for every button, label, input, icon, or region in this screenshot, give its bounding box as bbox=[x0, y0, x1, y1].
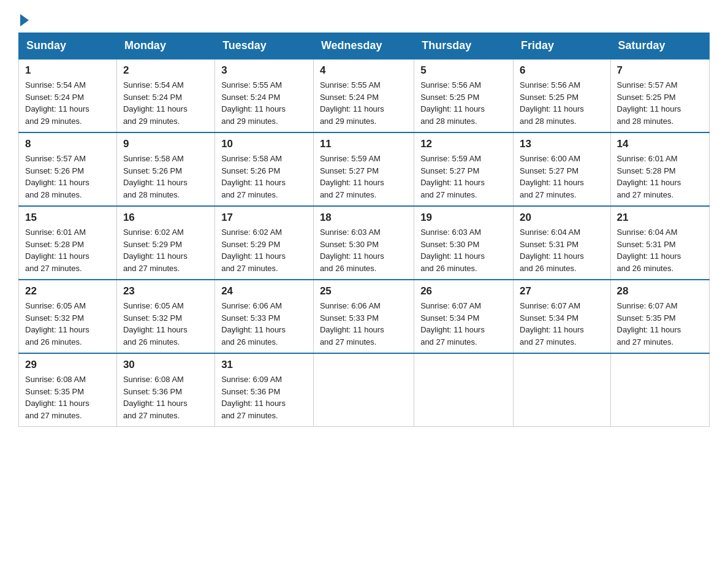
day-number: 31 bbox=[221, 359, 307, 371]
weekday-header-row: SundayMondayTuesdayWednesdayThursdayFrid… bbox=[19, 33, 710, 59]
calendar-cell: 28 Sunrise: 6:07 AM Sunset: 5:35 PM Dayl… bbox=[610, 280, 709, 353]
calendar-cell: 12 Sunrise: 5:59 AM Sunset: 5:27 PM Dayl… bbox=[414, 132, 514, 206]
day-info: Sunrise: 6:07 AM Sunset: 5:35 PM Dayligh… bbox=[617, 300, 703, 348]
day-number: 7 bbox=[617, 64, 703, 77]
calendar-cell bbox=[313, 353, 414, 427]
calendar-cell: 4 Sunrise: 5:55 AM Sunset: 5:24 PM Dayli… bbox=[313, 59, 414, 132]
day-info: Sunrise: 5:58 AM Sunset: 5:26 PM Dayligh… bbox=[123, 153, 208, 201]
day-info: Sunrise: 6:02 AM Sunset: 5:29 PM Dayligh… bbox=[123, 226, 208, 274]
calendar-cell: 5 Sunrise: 5:56 AM Sunset: 5:25 PM Dayli… bbox=[414, 59, 514, 132]
day-info: Sunrise: 6:02 AM Sunset: 5:29 PM Dayligh… bbox=[221, 226, 307, 274]
day-number: 15 bbox=[25, 212, 110, 224]
page: SundayMondayTuesdayWednesdayThursdayFrid… bbox=[0, 0, 728, 445]
day-number: 8 bbox=[25, 138, 110, 150]
calendar-cell: 21 Sunrise: 6:04 AM Sunset: 5:31 PM Dayl… bbox=[610, 206, 709, 280]
day-number: 27 bbox=[520, 285, 604, 297]
week-row-4: 22 Sunrise: 6:05 AM Sunset: 5:32 PM Dayl… bbox=[19, 280, 710, 353]
calendar-cell bbox=[610, 353, 709, 427]
weekday-header-sunday: Sunday bbox=[19, 33, 117, 59]
calendar-cell: 22 Sunrise: 6:05 AM Sunset: 5:32 PM Dayl… bbox=[19, 280, 117, 353]
calendar-cell: 18 Sunrise: 6:03 AM Sunset: 5:30 PM Dayl… bbox=[313, 206, 414, 280]
day-number: 14 bbox=[617, 138, 703, 150]
calendar-cell bbox=[514, 353, 611, 427]
day-info: Sunrise: 5:59 AM Sunset: 5:27 PM Dayligh… bbox=[420, 153, 507, 201]
day-number: 30 bbox=[123, 359, 208, 371]
day-info: Sunrise: 6:00 AM Sunset: 5:27 PM Dayligh… bbox=[520, 153, 604, 201]
day-number: 11 bbox=[320, 138, 408, 150]
calendar-cell: 9 Sunrise: 5:58 AM Sunset: 5:26 PM Dayli… bbox=[116, 132, 214, 206]
day-number: 17 bbox=[221, 212, 307, 224]
logo-arrow-icon bbox=[20, 14, 29, 26]
day-info: Sunrise: 6:07 AM Sunset: 5:34 PM Dayligh… bbox=[420, 300, 507, 348]
day-info: Sunrise: 6:04 AM Sunset: 5:31 PM Dayligh… bbox=[617, 226, 703, 274]
day-number: 5 bbox=[420, 64, 507, 77]
week-row-3: 15 Sunrise: 6:01 AM Sunset: 5:28 PM Dayl… bbox=[19, 206, 710, 280]
calendar-cell: 7 Sunrise: 5:57 AM Sunset: 5:25 PM Dayli… bbox=[610, 59, 709, 132]
day-info: Sunrise: 6:03 AM Sunset: 5:30 PM Dayligh… bbox=[320, 226, 408, 274]
day-info: Sunrise: 6:09 AM Sunset: 5:36 PM Dayligh… bbox=[221, 373, 307, 421]
day-number: 13 bbox=[520, 138, 604, 150]
day-number: 25 bbox=[320, 285, 408, 297]
day-info: Sunrise: 6:01 AM Sunset: 5:28 PM Dayligh… bbox=[617, 153, 703, 201]
day-number: 26 bbox=[420, 285, 507, 297]
day-info: Sunrise: 5:59 AM Sunset: 5:27 PM Dayligh… bbox=[320, 153, 408, 201]
calendar-cell: 23 Sunrise: 6:05 AM Sunset: 5:32 PM Dayl… bbox=[116, 280, 214, 353]
day-info: Sunrise: 6:04 AM Sunset: 5:31 PM Dayligh… bbox=[520, 226, 604, 274]
calendar-cell: 2 Sunrise: 5:54 AM Sunset: 5:24 PM Dayli… bbox=[116, 59, 214, 132]
day-info: Sunrise: 5:58 AM Sunset: 5:26 PM Dayligh… bbox=[221, 153, 307, 201]
day-number: 18 bbox=[320, 212, 408, 224]
day-number: 29 bbox=[25, 359, 110, 371]
day-info: Sunrise: 6:06 AM Sunset: 5:33 PM Dayligh… bbox=[320, 300, 408, 348]
day-info: Sunrise: 5:54 AM Sunset: 5:24 PM Dayligh… bbox=[123, 79, 208, 127]
calendar-cell: 8 Sunrise: 5:57 AM Sunset: 5:26 PM Dayli… bbox=[19, 132, 117, 206]
week-row-1: 1 Sunrise: 5:54 AM Sunset: 5:24 PM Dayli… bbox=[19, 59, 710, 132]
week-row-5: 29 Sunrise: 6:08 AM Sunset: 5:35 PM Dayl… bbox=[19, 353, 710, 427]
day-info: Sunrise: 5:57 AM Sunset: 5:25 PM Dayligh… bbox=[617, 79, 703, 127]
day-number: 9 bbox=[123, 138, 208, 150]
day-info: Sunrise: 5:54 AM Sunset: 5:24 PM Dayligh… bbox=[25, 79, 110, 127]
weekday-header-friday: Friday bbox=[514, 33, 611, 59]
calendar-cell: 16 Sunrise: 6:02 AM Sunset: 5:29 PM Dayl… bbox=[116, 206, 214, 280]
calendar-cell: 26 Sunrise: 6:07 AM Sunset: 5:34 PM Dayl… bbox=[414, 280, 514, 353]
calendar-cell: 13 Sunrise: 6:00 AM Sunset: 5:27 PM Dayl… bbox=[514, 132, 611, 206]
calendar-cell: 27 Sunrise: 6:07 AM Sunset: 5:34 PM Dayl… bbox=[514, 280, 611, 353]
day-info: Sunrise: 5:55 AM Sunset: 5:24 PM Dayligh… bbox=[320, 79, 408, 127]
header bbox=[18, 12, 710, 26]
day-number: 1 bbox=[25, 64, 110, 77]
calendar-cell: 3 Sunrise: 5:55 AM Sunset: 5:24 PM Dayli… bbox=[215, 59, 314, 132]
calendar-cell: 31 Sunrise: 6:09 AM Sunset: 5:36 PM Dayl… bbox=[215, 353, 314, 427]
day-info: Sunrise: 6:01 AM Sunset: 5:28 PM Dayligh… bbox=[25, 226, 110, 274]
day-info: Sunrise: 6:07 AM Sunset: 5:34 PM Dayligh… bbox=[520, 300, 604, 348]
calendar-cell: 17 Sunrise: 6:02 AM Sunset: 5:29 PM Dayl… bbox=[215, 206, 314, 280]
calendar-cell: 14 Sunrise: 6:01 AM Sunset: 5:28 PM Dayl… bbox=[610, 132, 709, 206]
weekday-header-wednesday: Wednesday bbox=[313, 33, 414, 59]
day-number: 28 bbox=[617, 285, 703, 297]
calendar-cell: 15 Sunrise: 6:01 AM Sunset: 5:28 PM Dayl… bbox=[19, 206, 117, 280]
week-row-2: 8 Sunrise: 5:57 AM Sunset: 5:26 PM Dayli… bbox=[19, 132, 710, 206]
day-number: 6 bbox=[520, 64, 604, 77]
calendar-cell: 1 Sunrise: 5:54 AM Sunset: 5:24 PM Dayli… bbox=[19, 59, 117, 132]
weekday-header-monday: Monday bbox=[116, 33, 214, 59]
day-info: Sunrise: 5:56 AM Sunset: 5:25 PM Dayligh… bbox=[520, 79, 604, 127]
day-info: Sunrise: 6:05 AM Sunset: 5:32 PM Dayligh… bbox=[123, 300, 208, 348]
weekday-header-saturday: Saturday bbox=[610, 33, 709, 59]
day-info: Sunrise: 6:08 AM Sunset: 5:36 PM Dayligh… bbox=[123, 373, 208, 421]
day-info: Sunrise: 5:57 AM Sunset: 5:26 PM Dayligh… bbox=[25, 153, 110, 201]
day-number: 2 bbox=[123, 64, 208, 77]
weekday-header-thursday: Thursday bbox=[414, 33, 514, 59]
day-number: 10 bbox=[221, 138, 307, 150]
day-number: 24 bbox=[221, 285, 307, 297]
calendar-cell: 19 Sunrise: 6:03 AM Sunset: 5:30 PM Dayl… bbox=[414, 206, 514, 280]
day-number: 12 bbox=[420, 138, 507, 150]
day-number: 22 bbox=[25, 285, 110, 297]
day-number: 21 bbox=[617, 212, 703, 224]
calendar-cell: 29 Sunrise: 6:08 AM Sunset: 5:35 PM Dayl… bbox=[19, 353, 117, 427]
calendar-table: SundayMondayTuesdayWednesdayThursdayFrid… bbox=[18, 33, 710, 427]
calendar-cell: 10 Sunrise: 5:58 AM Sunset: 5:26 PM Dayl… bbox=[215, 132, 314, 206]
calendar-cell: 20 Sunrise: 6:04 AM Sunset: 5:31 PM Dayl… bbox=[514, 206, 611, 280]
day-number: 16 bbox=[123, 212, 208, 224]
day-info: Sunrise: 5:56 AM Sunset: 5:25 PM Dayligh… bbox=[420, 79, 507, 127]
calendar-cell: 24 Sunrise: 6:06 AM Sunset: 5:33 PM Dayl… bbox=[215, 280, 314, 353]
day-number: 19 bbox=[420, 212, 507, 224]
calendar-cell bbox=[414, 353, 514, 427]
